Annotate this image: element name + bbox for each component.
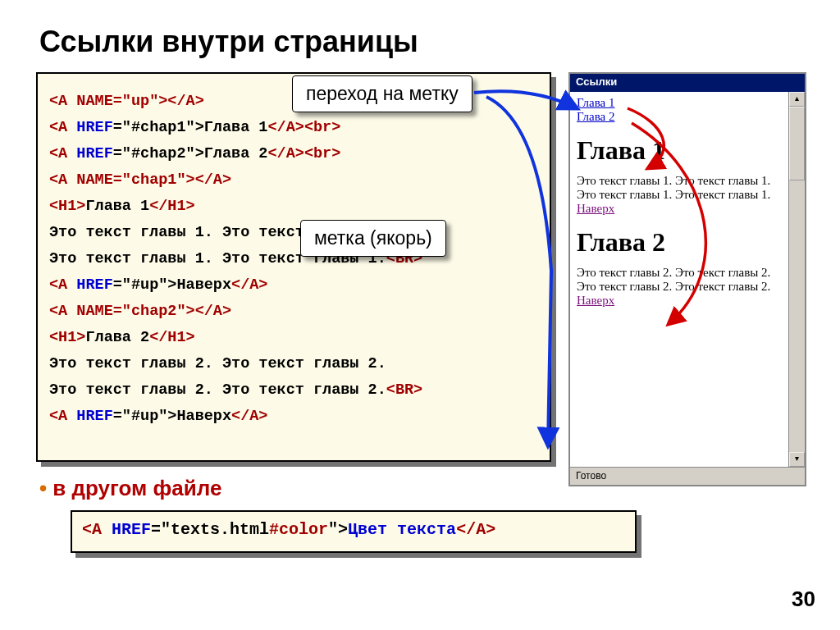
heading-chapter-2: Глава 2 <box>577 227 782 258</box>
code-line-9: <A NAME="chap2"></A> <box>49 303 231 320</box>
code-line-8: <A HREF="#up">Наверх</A> <box>49 276 267 294</box>
bullet-dot-icon: • <box>39 476 52 500</box>
callout-goto-anchor: переход на метку <box>292 75 472 112</box>
slide-title: Ссылки внутри страницы <box>39 25 418 59</box>
code-line-13: <A HREF="#up">Наверх</A> <box>49 408 267 425</box>
code-line-3: <A HREF="#chap2">Глава 2</A><br> <box>49 145 340 162</box>
browser-content: Глава 1 Глава 2 Глава 1 Это текст главы … <box>570 92 788 467</box>
scroll-thumb[interactable] <box>789 107 805 180</box>
heading-chapter-1: Глава 1 <box>577 135 782 166</box>
scroll-down-button[interactable]: ▾ <box>789 452 805 467</box>
browser-statusbar: Готово <box>570 467 805 485</box>
callout-anchor-label: метка (якорь) <box>300 220 446 257</box>
bullet-other-file: • в другом файле <box>39 476 221 501</box>
scroll-track[interactable] <box>789 107 805 452</box>
scroll-up-button[interactable]: ▴ <box>789 92 805 107</box>
code-line-4: <A NAME="chap1"></A> <box>49 171 231 189</box>
code-line-2: <A HREF="#chap1">Глава 1</A><br> <box>49 119 340 136</box>
link-up-1[interactable]: Наверх <box>577 202 614 215</box>
code-line-11: Это текст главы 2. Это текст главы 2. <box>49 355 386 372</box>
code-block-main: <A NAME="up"></A> <A HREF="#chap1">Глава… <box>36 72 551 462</box>
link-chapter-2[interactable]: Глава 2 <box>577 110 614 123</box>
code-line-12: Это текст главы 2. Это текст главы 2.<BR… <box>49 381 422 399</box>
browser-window: Ссылки Глава 1 Глава 2 Глава 1 Это текст… <box>568 72 806 486</box>
link-chapter-1[interactable]: Глава 1 <box>577 96 614 109</box>
code-line-1: <A NAME="up"></A> <box>49 93 204 110</box>
code-line-10: <H1>Глава 2</H1> <box>49 329 195 346</box>
code-block-external: <A HREF="texts.html#color">Цвет текста</… <box>71 510 637 553</box>
browser-titlebar: Ссылки <box>570 74 805 92</box>
text-chapter-1: Это текст главы 1. Это текст главы 1. Эт… <box>577 174 782 202</box>
link-up-2[interactable]: Наверх <box>577 294 614 307</box>
text-chapter-2: Это текст главы 2. Это текст главы 2. Эт… <box>577 266 782 294</box>
code-line-5: <H1>Глава 1</H1> <box>49 198 195 215</box>
scrollbar[interactable]: ▴ ▾ <box>788 92 805 467</box>
page-number: 30 <box>792 587 815 612</box>
